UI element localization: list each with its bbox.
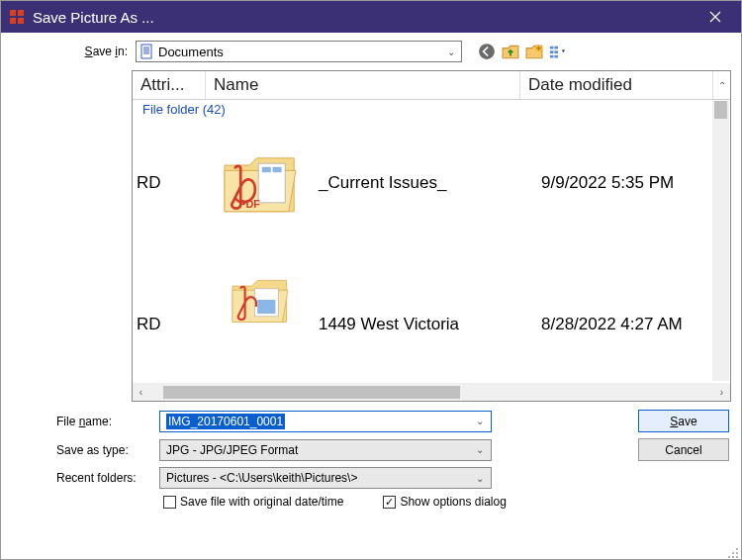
svg-point-25 <box>736 552 738 554</box>
scroll-left-button[interactable]: ‹ <box>133 384 149 401</box>
list-item[interactable]: RD PDF _Current Issues_ 9/9/2022 5:35 PM <box>133 119 730 247</box>
column-header-name[interactable]: Name <box>206 71 520 99</box>
save-as-type-dropdown[interactable]: JPG - JPG/JPEG Format ⌄ <box>159 439 492 461</box>
checkbox-label: Save file with original date/time <box>180 495 343 509</box>
svg-point-24 <box>732 552 734 554</box>
scroll-right-button[interactable]: › <box>713 384 730 401</box>
scroll-thumb[interactable] <box>714 101 727 119</box>
app-icon <box>9 9 25 25</box>
svg-point-28 <box>736 556 738 558</box>
file-name-label: File name: <box>13 415 151 428</box>
svg-rect-3 <box>18 18 24 24</box>
save-in-dropdown[interactable]: Documents ⌄ <box>136 41 462 62</box>
cancel-button[interactable]: Cancel <box>638 438 729 461</box>
group-label-file-folder[interactable]: File folder (42) <box>133 100 730 119</box>
save-button[interactable]: Save <box>638 410 729 432</box>
bottom-panel: File name: IMG_20170601_0001 ⌄ Save Save… <box>1 402 741 513</box>
new-folder-button[interactable] <box>525 43 543 60</box>
svg-rect-14 <box>554 47 558 49</box>
checkbox-icon <box>163 496 176 509</box>
svg-point-27 <box>732 556 734 558</box>
svg-rect-11 <box>550 47 554 49</box>
file-list: Attri... Name Date modified ⌃ File folde… <box>132 70 731 402</box>
folder-icon: PDF <box>206 139 315 228</box>
recent-folders-label: Recent folders: <box>13 471 151 485</box>
svg-text:PDF: PDF <box>238 198 260 210</box>
chevron-down-icon: ⌄ <box>443 47 459 57</box>
svg-point-9 <box>479 44 495 59</box>
svg-rect-15 <box>554 50 558 53</box>
svg-rect-18 <box>262 167 271 172</box>
chevron-down-icon: ⌄ <box>473 444 487 455</box>
row-date: 9/9/2022 5:35 PM <box>537 173 730 193</box>
save-in-label: Save in: <box>11 45 128 58</box>
scroll-up-button[interactable]: ⌃ <box>713 71 730 99</box>
row-attribute: RD <box>133 315 206 334</box>
row-name: _Current Issues_ <box>315 173 537 193</box>
window-title: Save Picture As ... <box>33 9 694 26</box>
save-original-datetime-checkbox[interactable]: Save file with original date/time <box>163 495 343 509</box>
chevron-down-icon: ⌄ <box>473 473 487 484</box>
list-item[interactable]: RD 1449 West Victoria 8/28/2022 4:27 AM <box>133 247 730 336</box>
show-options-dialog-checkbox[interactable]: ✓ Show options dialog <box>383 495 506 509</box>
toolbar-icons <box>478 43 567 60</box>
column-headers: Attri... Name Date modified ⌃ <box>133 71 730 100</box>
save-as-type-value: JPG - JPG/JPEG Format <box>166 443 473 457</box>
back-button[interactable] <box>478 43 496 60</box>
up-folder-button[interactable] <box>502 43 519 60</box>
row-attribute: RD <box>133 173 206 193</box>
save-in-value: Documents <box>158 45 439 59</box>
recent-folders-dropdown[interactable]: Pictures - <C:\Users\keith\Pictures\> ⌄ <box>159 467 492 489</box>
svg-rect-12 <box>550 50 554 53</box>
titlebar: Save Picture As ... <box>1 1 741 33</box>
svg-point-26 <box>728 556 730 558</box>
save-in-row: Save in: Documents ⌄ <box>1 33 741 68</box>
folder-icon <box>206 265 315 334</box>
file-name-field[interactable]: IMG_20170601_0001 ⌄ <box>159 411 492 432</box>
close-button[interactable] <box>694 1 737 33</box>
recent-folders-value: Pictures - <C:\Users\keith\Pictures\> <box>166 471 473 485</box>
svg-rect-16 <box>554 55 558 58</box>
horizontal-scrollbar[interactable]: ‹ › <box>133 383 730 401</box>
file-name-value: IMG_20170601_0001 <box>166 414 285 429</box>
column-header-attributes[interactable]: Attri... <box>133 71 206 99</box>
row-name: 1449 West Victoria <box>315 315 537 334</box>
view-menu-button[interactable] <box>549 43 567 60</box>
svg-point-23 <box>736 548 738 550</box>
row-date: 8/28/2022 4:27 AM <box>537 315 730 334</box>
svg-rect-2 <box>10 18 16 24</box>
scroll-thumb[interactable] <box>163 386 460 399</box>
column-header-date[interactable]: Date modified <box>520 71 713 99</box>
chevron-down-icon: ⌄ <box>473 416 487 426</box>
save-as-type-label: Save as type: <box>13 443 151 457</box>
svg-rect-1 <box>18 10 24 16</box>
svg-rect-0 <box>10 10 16 16</box>
checkbox-icon: ✓ <box>383 496 396 509</box>
vertical-scrollbar[interactable] <box>712 101 729 381</box>
resize-grip[interactable] <box>727 545 739 557</box>
svg-rect-13 <box>550 55 554 58</box>
documents-icon <box>139 44 154 59</box>
svg-rect-19 <box>273 167 282 172</box>
svg-rect-22 <box>257 300 275 314</box>
checkbox-label: Show options dialog <box>400 495 506 509</box>
